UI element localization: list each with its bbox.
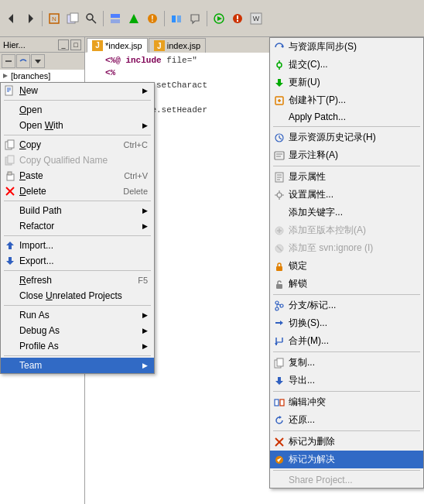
ctx-show-props[interactable]: 显示属性	[270, 168, 423, 186]
svnignore-icon	[273, 242, 286, 255]
ctx-open-with-label: Open With	[19, 120, 63, 131]
ctx-share-project: Share Project...	[270, 472, 423, 488]
ctx-new[interactable]: New	[1, 83, 154, 98]
ctx-sep-1	[4, 100, 151, 101]
editor-tab-index-modified[interactable]: J *index.jsp	[87, 38, 148, 53]
ctx-open[interactable]: Open	[1, 102, 154, 118]
ctx-rsep-1	[273, 126, 420, 127]
ctx-apply-patch-label: Apply Patch...	[289, 111, 346, 122]
ctx-commit[interactable]: 提交(C)...	[270, 56, 423, 74]
link-with-editor-button[interactable]	[16, 54, 30, 68]
ctx-open-label: Open	[19, 105, 42, 115]
markres-icon	[273, 454, 286, 466]
ctx-new-label: New	[19, 85, 38, 96]
ctx-rsep-6	[273, 430, 420, 431]
ctx-set-props[interactable]: 设置属性...	[270, 186, 423, 204]
ctx-open-with[interactable]: Open With	[1, 118, 154, 133]
ctx-close-unrelated[interactable]: Close Unrelated Projects	[1, 288, 154, 303]
import-icon	[4, 239, 16, 252]
toolbar-icon-7[interactable]	[168, 10, 185, 27]
ctx-sync[interactable]: 与资源库同步(S)	[270, 38, 423, 56]
ctx-unlock[interactable]: 解锁	[270, 275, 423, 293]
svg-marker-0	[9, 14, 13, 23]
hier-tab[interactable]: Hier... _ □	[0, 37, 84, 53]
ctx-build-path[interactable]: Build Path	[1, 203, 154, 218]
maximize-button[interactable]: □	[70, 39, 81, 50]
ctx-merge[interactable]: 合并(M)...	[270, 332, 423, 350]
minimize-button[interactable]: _	[58, 39, 69, 50]
toolbar-separator-4	[207, 11, 207, 26]
ctx-sep-4	[4, 235, 151, 236]
copy-icon	[4, 139, 16, 151]
ctx-copy-r[interactable]: 复制...	[270, 354, 423, 372]
toolbar-icon-1[interactable]: N	[46, 10, 63, 27]
ctx-paste[interactable]: Paste Ctrl+V	[1, 168, 154, 183]
ctx-apply-patch[interactable]: Apply Patch...	[270, 109, 423, 125]
ctx-create-patch[interactable]: 创建补丁(P)...	[270, 91, 423, 109]
lock-icon	[273, 260, 286, 273]
ctx-branch-tag[interactable]: 分支/标记...	[270, 297, 423, 314]
ctx-revert[interactable]: 还原...	[270, 411, 423, 429]
collapse-all-button[interactable]	[2, 54, 15, 68]
svg-rect-77	[275, 399, 279, 406]
back-button[interactable]	[3, 10, 20, 27]
toolbar-icon-11[interactable]: W	[248, 10, 265, 27]
update-icon	[273, 77, 286, 89]
svg-rect-5	[70, 13, 78, 22]
left-context-menu: New Open Open With Copy Ctrl+C	[0, 82, 155, 374]
svg-point-58	[277, 193, 282, 197]
toolbar-icon-3[interactable]	[83, 10, 100, 27]
tree-item-branches[interactable]: [branches]	[0, 70, 84, 82]
ctx-profile-as[interactable]: Profile As	[1, 338, 154, 354]
ctx-show-annotation[interactable]: 显示注释(A)	[270, 146, 423, 164]
tab-label-original: index.jsp	[167, 41, 200, 50]
ctx-show-history[interactable]: 显示资源历史记录(H)	[270, 129, 423, 146]
toolbar-icon-10[interactable]	[229, 10, 246, 27]
toolbar-icon-4[interactable]	[107, 10, 124, 27]
toolbar-icon-8[interactable]	[186, 10, 203, 27]
ctx-edit-conflict[interactable]: 编辑冲突	[270, 393, 423, 411]
ctx-export-r[interactable]: 导出...	[270, 372, 423, 389]
ctx-add-keyword[interactable]: 添加关键字...	[270, 204, 423, 221]
svg-rect-19	[237, 15, 238, 19]
svg-marker-24	[35, 60, 41, 63]
delete-icon	[4, 185, 16, 197]
ctx-mark-resolve[interactable]: 标记为解决	[270, 451, 423, 468]
toolbar-icon-6[interactable]: !	[144, 10, 161, 27]
svg-rect-26	[5, 86, 12, 95]
hier-tab-label: Hier...	[3, 40, 26, 50]
toolbar-separator-2	[103, 11, 104, 26]
addver-icon	[273, 225, 286, 237]
switch-icon	[273, 317, 286, 330]
ctx-mark-delete[interactable]: 标记为删除	[270, 433, 423, 451]
ctx-copy[interactable]: Copy Ctrl+C	[1, 137, 154, 153]
ctx-update[interactable]: 更新(U)	[270, 74, 423, 91]
ctx-switch[interactable]: 切换(S)...	[270, 314, 423, 332]
editor-tab-index[interactable]: J index.jsp	[149, 38, 206, 53]
svg-point-67	[275, 307, 279, 310]
svg-marker-17	[217, 16, 222, 21]
view-menu-button[interactable]	[31, 54, 45, 68]
jsp-icon: J	[92, 40, 103, 51]
ctx-import[interactable]: Import...	[1, 238, 154, 253]
svg-marker-73	[275, 343, 278, 345]
ctx-set-props-label: 设置属性...	[289, 188, 333, 201]
toolbar-icon-5[interactable]	[125, 10, 142, 27]
ctx-show-annotation-label: 显示注释(A)	[289, 149, 338, 162]
forward-button[interactable]	[22, 10, 39, 27]
svg-marker-10	[129, 14, 138, 23]
ctx-team[interactable]: Team	[1, 358, 154, 373]
ctx-create-patch-label: 创建补丁(P)...	[289, 94, 346, 107]
toolbar-icon-2[interactable]	[64, 10, 81, 27]
ctx-export[interactable]: Export...	[1, 253, 154, 269]
toolbar-separator-1	[42, 11, 43, 26]
ctx-lock[interactable]: 锁定	[270, 257, 423, 275]
ctx-debug-as[interactable]: Debug As	[1, 323, 154, 338]
ctx-run-as[interactable]: Run As	[1, 307, 154, 323]
svg-rect-9	[111, 19, 120, 23]
ctx-refactor[interactable]: Refactor	[1, 218, 154, 234]
ctx-refresh[interactable]: Refresh F5	[1, 273, 154, 288]
ctx-rsep-7	[273, 470, 420, 471]
toolbar-icon-9[interactable]	[210, 10, 227, 27]
ctx-delete[interactable]: Delete Delete	[1, 183, 154, 199]
